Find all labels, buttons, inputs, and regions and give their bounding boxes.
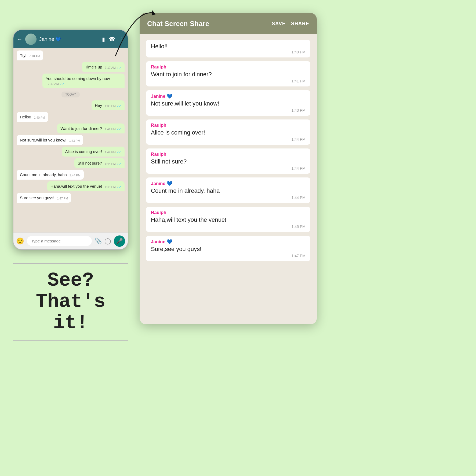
message-row: Alice is coming over! 1:44 PM ✓✓	[17, 147, 125, 157]
bubble-time: 7:17 AM ✓✓	[105, 66, 121, 70]
share-message-time: 1:44 PM	[151, 166, 306, 170]
bubble-received: Not sure,will let you know! 1:43 PM	[17, 135, 83, 145]
bubble-time: 1:43 PM	[69, 139, 80, 143]
bottom-line2: That's it!	[13, 291, 128, 334]
share-message-time: 1:44 PM	[151, 195, 306, 200]
share-chat-area: Hello!! 1:40 PM Raulph Want to join for …	[140, 34, 317, 324]
share-message-time: 1:41 PM	[151, 79, 306, 83]
bubble-text: Still not sure?	[78, 160, 102, 166]
bubble-received: Count me in already, haha 1:44 PM	[17, 170, 84, 180]
video-call-icon[interactable]: ▮	[102, 36, 105, 42]
bubble-text: Haha,will text you the venue!	[50, 183, 102, 189]
bubble-sent: Haha,will text you the venue! 1:45 PM ✓✓	[47, 181, 125, 191]
top-divider	[13, 263, 128, 264]
share-message-time: 1:47 PM	[151, 254, 306, 258]
message-row: Time's up 7:17 AM ✓✓	[17, 62, 125, 72]
heart-icon: 💙	[167, 181, 172, 186]
message-row: Not sure,will let you know! 1:43 PM	[17, 135, 125, 145]
bubble-time: 7:10 AM	[29, 54, 40, 58]
call-icon[interactable]: ☎	[109, 36, 115, 42]
bubble-sent: Time's up 7:17 AM ✓✓	[82, 62, 125, 72]
share-message-block: Raulph Alice is coming over! 1:44 PM	[146, 119, 310, 145]
bubble-text: Time's up	[85, 64, 102, 70]
bubble-time: 1:44 PM ✓✓	[105, 162, 121, 166]
back-icon[interactable]: ←	[17, 36, 23, 43]
share-message-block: Hello!! 1:40 PM	[146, 40, 310, 57]
share-message-text: Hello!!	[151, 43, 306, 50]
message-row: Want to join for dinner? 1:41 PM ✓✓	[17, 123, 125, 133]
share-sender-name: Raulph	[151, 210, 306, 215]
message-row: Count me in already, haha 1:44 PM	[17, 170, 125, 180]
share-panel-title: Chat Screen Share	[147, 20, 266, 28]
share-message-time: 1:45 PM	[151, 224, 306, 229]
bottom-line1: See?	[13, 270, 128, 291]
phone-input-bar: 🙂 📎 ◯ 🎤	[13, 232, 128, 249]
share-button[interactable]: SHARE	[291, 21, 309, 27]
heart-icon: 💙	[56, 37, 61, 42]
message-row: Still not sure? 1:44 PM ✓✓	[17, 158, 125, 168]
share-message-time: 1:44 PM	[151, 137, 306, 141]
bottom-text-area: See? That's it!	[13, 263, 128, 341]
bubble-text: Ttyl	[20, 53, 26, 58]
bubble-time: 1:38 PM ✓✓	[105, 104, 121, 108]
phone-mockup: ← Janine 💙 ▮ ☎ ⋮ Ttyl 7:10 AM	[13, 30, 128, 250]
share-message-block: Raulph Want to join for dinner? 1:41 PM	[146, 61, 310, 86]
camera-icon[interactable]: ◯	[104, 238, 111, 245]
share-message-text: Alice is coming over!	[151, 129, 306, 136]
bubble-sent: You should be coming down by now 7:17 AM…	[42, 74, 125, 88]
message-row: Ttyl 7:10 AM	[17, 50, 125, 60]
emoji-icon[interactable]: 🙂	[16, 237, 24, 245]
bubble-time: 1:45 PM ✓✓	[105, 185, 121, 189]
share-message-block: Janine 💙 Not sure,will let you know! 1:4…	[146, 90, 310, 116]
bottom-text: See? That's it!	[13, 270, 128, 334]
bubble-time: 1:44 PM ✓✓	[105, 150, 121, 154]
attach-icon[interactable]: 📎	[95, 238, 102, 245]
bubble-text: You should be coming down by now	[46, 76, 110, 81]
bubble-text: Want to join for dinner?	[60, 126, 102, 131]
avatar	[25, 34, 37, 45]
bubble-text: Hello!!	[20, 114, 31, 120]
share-message-text: Not sure,will let you know!	[151, 100, 306, 107]
message-input[interactable]	[27, 236, 92, 246]
mic-icon: 🎤	[116, 238, 123, 244]
bubble-received: Hello!! 1:40 PM	[17, 112, 48, 122]
share-message-block: Janine 💙 Sure,see you guys! 1:47 PM	[146, 236, 310, 261]
share-sender-name: Janine 💙	[151, 239, 306, 245]
bubble-text: Alice is coming over!	[65, 149, 102, 154]
share-message-time: 1:40 PM	[151, 50, 306, 54]
phone-action-icons: ▮ ☎ ⋮	[102, 36, 125, 42]
save-button[interactable]: SAVE	[272, 21, 286, 27]
bubble-text: Sure,see you guys!	[20, 195, 54, 201]
bubble-sent: Want to join for dinner? 1:41 PM ✓✓	[57, 123, 125, 133]
message-row: Hello!! 1:40 PM	[17, 112, 125, 122]
share-message-text: Sure,see you guys!	[151, 246, 306, 253]
share-message-time: 1:43 PM	[151, 108, 306, 112]
message-row: Hey 1:38 PM ✓✓	[17, 100, 125, 110]
message-row: Sure,see you guys! 1:47 PM	[17, 193, 125, 203]
mic-button[interactable]: 🎤	[114, 235, 125, 247]
share-message-block: Janine 💙 Count me in already, haha 1:44 …	[146, 177, 310, 203]
share-message-block: Raulph Haha,will text you the venue! 1:4…	[146, 207, 310, 232]
bubble-received: Sure,see you guys! 1:47 PM	[17, 193, 71, 203]
bubble-time: 1:41 PM ✓✓	[105, 127, 121, 131]
bubble-sent: Still not sure? 1:44 PM ✓✓	[74, 158, 125, 168]
bubble-text: Count me in already, haha	[20, 172, 67, 177]
bubble-sent: Alice is coming over! 1:44 PM ✓✓	[62, 147, 125, 157]
bubble-text: Hey	[95, 103, 102, 108]
bubble-text: Not sure,will let you know!	[20, 137, 66, 143]
day-divider: TODAY	[17, 92, 125, 97]
divider-label: TODAY	[61, 92, 80, 97]
bubble-time: 1:40 PM	[34, 116, 45, 120]
share-sender-name: Raulph	[151, 152, 306, 157]
contact-name: Janine 💙	[39, 36, 99, 42]
heart-icon: 💙	[167, 239, 172, 244]
share-message-block: Raulph Still not sure? 1:44 PM	[146, 148, 310, 174]
phone-chat-area: Ttyl 7:10 AM Time's up 7:17 AM ✓✓ You sh…	[13, 48, 128, 232]
chat-share-panel: Chat Screen Share SAVE SHARE Hello!! 1:4…	[140, 13, 317, 324]
share-message-text: Haha,will text you the venue!	[151, 216, 306, 223]
share-sender-name: Raulph	[151, 123, 306, 128]
share-header: Chat Screen Share SAVE SHARE	[140, 13, 317, 34]
menu-icon[interactable]: ⋮	[119, 36, 125, 42]
heart-icon: 💙	[167, 94, 172, 99]
bubble-time: 1:47 PM	[57, 197, 68, 201]
